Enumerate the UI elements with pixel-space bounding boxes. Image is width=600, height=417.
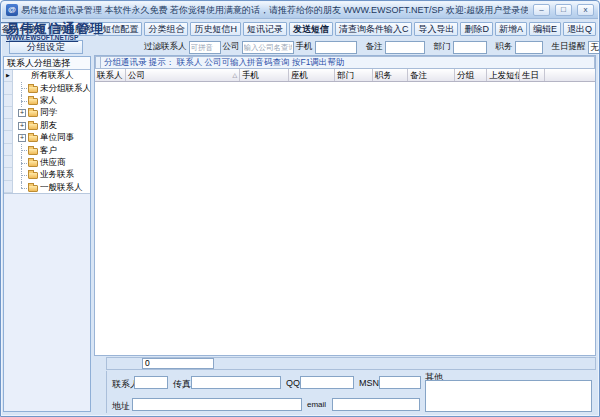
filter-title-input[interactable] [515, 41, 543, 54]
toolbar-button-clear-query-input[interactable]: 清查询条件输入C [335, 22, 413, 36]
tree-item-all-contacts[interactable]: 所有联系人 [13, 70, 90, 82]
tree-item-suppliers[interactable]: 供应商 [13, 157, 90, 169]
toolbar-button-import-export[interactable]: 导入导出 [414, 22, 458, 36]
column-header-note[interactable]: 备注 [408, 69, 455, 81]
folder-icon [28, 135, 38, 142]
selector-cell[interactable] [4, 119, 12, 131]
tree-item-label: 所有联系人 [31, 70, 74, 82]
toolbar-button-send-sms[interactable]: 发送短信 [289, 22, 333, 36]
contacts-table: 分组通讯录 提示： 联系人 公司可输入拼音码查询 按F1调出帮助 联系人 公司 … [94, 55, 596, 356]
maximize-button[interactable]: □ [555, 4, 572, 16]
expand-plus-icon[interactable]: + [18, 122, 26, 130]
toolbar-button-add[interactable]: 新增A [495, 22, 527, 36]
toolbar-button-edit[interactable]: 编辑E [529, 22, 561, 36]
tree-item-label: 家人 [40, 95, 57, 107]
selector-cell[interactable] [4, 131, 12, 143]
birthday-reminder-select[interactable]: 无 ▼ [588, 41, 600, 54]
app-window: @ 易伟短信通讯录管理 本软件永久免费 若你觉得使用满意的话，请推荐给你的朋友 … [0, 0, 600, 417]
close-button[interactable]: x [577, 4, 594, 16]
selector-cell[interactable] [4, 144, 12, 156]
toolbar-button-message-log[interactable]: 短讯记录 [243, 22, 287, 36]
tree-item-label: 同学 [40, 107, 57, 119]
filter-mobile-input[interactable] [315, 41, 357, 54]
table-header-row: 联系人 公司 △ 手机 座机 部门 职务 备注 分组 上发短信 生日 [95, 69, 595, 82]
filter-company-label: 公司 [222, 41, 241, 53]
column-header-filler [545, 69, 595, 81]
selector-cell[interactable] [4, 107, 12, 119]
current-row-indicator[interactable]: ▶ [4, 70, 12, 82]
minimize-button[interactable]: – [533, 4, 550, 16]
tree-item-friends[interactable]: + 朋友 [13, 120, 90, 132]
filter-contact-input[interactable] [189, 41, 221, 54]
folder-icon [28, 86, 38, 93]
record-count-field[interactable]: 0 [142, 358, 214, 369]
detail-qq-input[interactable] [300, 376, 354, 389]
selector-cell[interactable] [4, 95, 12, 107]
expand-plus-icon[interactable]: + [18, 134, 26, 142]
table-body-empty[interactable] [95, 82, 595, 355]
column-header-last-sms[interactable]: 上发短信 [487, 69, 520, 81]
column-header-group[interactable]: 分组 [455, 69, 487, 81]
selector-cell[interactable] [4, 156, 12, 168]
tree-item-label: 供应商 [40, 157, 66, 169]
column-header-birthday[interactable]: 生日 [520, 69, 545, 81]
group-setting-button[interactable]: 分组设定 [9, 40, 83, 54]
tree-item-label: 一般联系人 [40, 182, 83, 193]
selector-cell[interactable] [4, 82, 12, 94]
filter-company-input[interactable] [242, 41, 294, 54]
tree-connector [15, 169, 28, 181]
tree-connector [15, 95, 28, 107]
column-header-landline[interactable]: 座机 [289, 69, 335, 81]
filter-bar: 过滤联系人 公司 手机 备注 部门 职务 生日提醒 无 ▼ [143, 39, 595, 55]
column-header-contact[interactable]: 联系人 [95, 69, 126, 81]
detail-contact-input[interactable] [134, 376, 168, 389]
tree-item-customers[interactable]: 客户 [13, 144, 90, 156]
column-header-position[interactable]: 职务 [373, 69, 408, 81]
tree-item-business-contacts[interactable]: 业务联系 [13, 169, 90, 181]
birthday-reminder-label: 生日提醒 [551, 41, 587, 53]
tree-item-colleagues[interactable]: + 单位同事 [13, 132, 90, 144]
app-website-link[interactable]: WWW.EWSOFT.NET/SP [6, 34, 78, 41]
filter-contact-label: 过滤联系人 [143, 41, 188, 53]
tree-item-ungrouped-contacts[interactable]: 未分组联系人 [13, 82, 90, 94]
filter-dept-label: 部门 [433, 41, 452, 53]
detail-qq-label: QQ [286, 378, 300, 388]
expand-plus-icon[interactable]: + [18, 109, 26, 117]
column-header-company[interactable]: 公司 △ [126, 69, 240, 81]
detail-address-label: 地址 [112, 400, 130, 413]
filter-title-label: 职务 [495, 41, 514, 53]
folder-icon [28, 123, 38, 130]
tree-item-family[interactable]: 家人 [13, 95, 90, 107]
detail-address-input[interactable] [132, 398, 302, 411]
toolbar-button-delete[interactable]: 删除D [460, 22, 493, 36]
folder-icon [28, 110, 38, 117]
other-notes-textarea[interactable] [425, 380, 592, 412]
toolbar-button-exit[interactable]: 退出Q [563, 22, 596, 36]
toolbar-button-sms-config[interactable]: 短信配置 [98, 22, 142, 36]
folder-icon [28, 160, 38, 167]
selector-cell[interactable] [4, 168, 12, 180]
detail-fax-input[interactable] [191, 376, 281, 389]
column-header-department[interactable]: 部门 [335, 69, 373, 81]
folder-icon [28, 98, 38, 105]
detail-fax-label: 传真 [173, 378, 191, 391]
toolbar-button-category-combine[interactable]: 分类组合 [144, 22, 188, 36]
tree-item-general-contacts[interactable]: 一般联系人 [13, 182, 90, 193]
hint-text: 分组通讯录 提示： 联系人 公司可输入拼音码查询 按F1调出帮助 [101, 56, 595, 69]
tree-item-label: 客户 [40, 145, 57, 157]
column-header-mobile[interactable]: 手机 [240, 69, 289, 81]
title-bar[interactable]: @ 易伟短信通讯录管理 本软件永久免费 若你觉得使用满意的话，请推荐给你的朋友 … [2, 2, 598, 19]
birthday-reminder-value: 无 [589, 42, 600, 53]
filter-note-input[interactable] [385, 41, 425, 54]
group-tree: ▶ 所有联系人 未分组联系人 [4, 70, 90, 194]
folder-icon [28, 172, 38, 179]
detail-email-input[interactable] [332, 398, 420, 411]
selector-cell[interactable] [4, 181, 12, 193]
toolbar-button-history-sms[interactable]: 历史短信H [190, 22, 241, 36]
tree-item-label: 业务联系 [40, 169, 74, 181]
hint-bar: 分组通讯录 提示： 联系人 公司可输入拼音码查询 按F1调出帮助 [95, 56, 595, 69]
detail-msn-input[interactable] [379, 376, 421, 389]
sort-ascending-icon: △ [232, 71, 237, 79]
tree-item-classmates[interactable]: + 同学 [13, 107, 90, 119]
filter-dept-input[interactable] [453, 41, 487, 54]
